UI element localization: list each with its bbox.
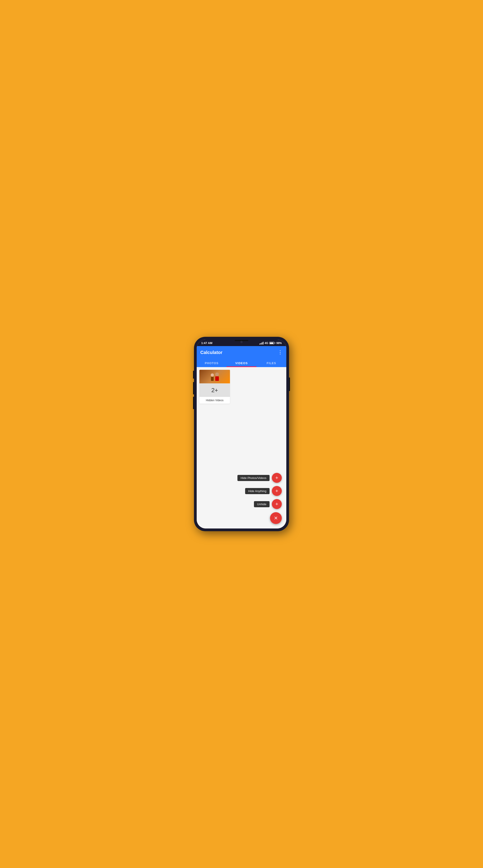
folder-label: Hidden Videos <box>199 397 230 404</box>
phone-screen: 1:47 AM 4G 98% Calcula <box>197 340 286 528</box>
count-overlay: 2+ <box>199 383 230 397</box>
content-area: 2+ Hidden Videos Hide Photos/Videos + Hi… <box>197 367 286 528</box>
more-options-button[interactable]: ⋮ <box>278 349 283 355</box>
tab-videos[interactable]: VIDEOS <box>227 359 256 367</box>
signal-icon <box>259 342 263 344</box>
mute-button <box>193 371 194 379</box>
app-title: Calculator <box>200 350 223 355</box>
battery-percent: 98% <box>276 342 282 345</box>
network-type: 4G <box>264 342 268 345</box>
hide-anything-row: Hide Anything + <box>245 486 282 496</box>
video-count: 2+ <box>211 387 218 394</box>
volume-up-button <box>193 382 194 395</box>
hidden-videos-folder[interactable]: 2+ Hidden Videos <box>199 370 230 404</box>
hide-photos-videos-button[interactable]: + <box>272 473 282 483</box>
tab-files[interactable]: FILES <box>256 359 286 367</box>
battery-icon <box>269 342 275 344</box>
status-time: 1:47 AM <box>201 341 212 345</box>
hide-photos-videos-label[interactable]: Hide Photos/Videos <box>237 475 269 481</box>
power-button <box>289 377 290 391</box>
fab-container: Hide Photos/Videos + Hide Anything + Unh… <box>237 473 282 524</box>
unhide-label[interactable]: Unhide <box>254 501 269 507</box>
hide-photos-videos-row: Hide Photos/Videos + <box>237 473 282 483</box>
camera <box>240 341 243 343</box>
thumbnail-top <box>199 370 230 383</box>
fab-main-button[interactable]: × <box>270 512 282 524</box>
phone-frame: 1:47 AM 4G 98% Calcula <box>194 337 289 531</box>
hide-anything-label[interactable]: Hide Anything <box>245 488 269 494</box>
unhide-button[interactable]: + <box>272 499 282 509</box>
tabs-bar: PHOTOS VIDEOS FILES <box>197 359 286 367</box>
tab-photos[interactable]: PHOTOS <box>197 359 227 367</box>
status-icons: 4G 98% <box>259 342 282 345</box>
unhide-row: Unhide + <box>254 499 282 509</box>
app-bar: Calculator ⋮ <box>197 346 286 359</box>
hide-anything-button[interactable]: + <box>272 486 282 496</box>
volume-down-button <box>193 397 194 409</box>
videos-grid: 2+ Hidden Videos <box>197 367 286 406</box>
video-thumbnail: 2+ <box>199 370 230 397</box>
